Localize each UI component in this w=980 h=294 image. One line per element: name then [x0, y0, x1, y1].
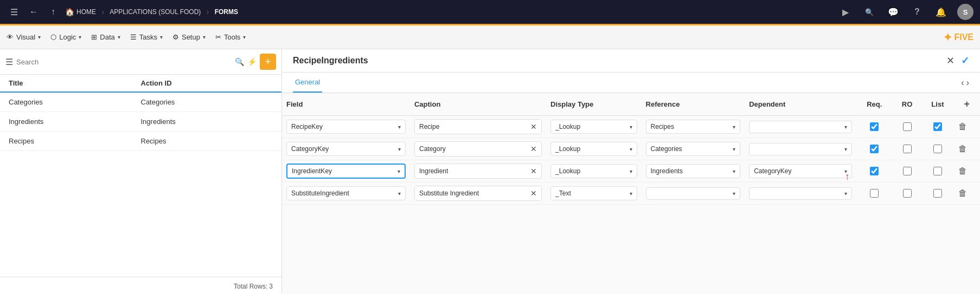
tab-general[interactable]: General: [293, 73, 322, 93]
field-select[interactable]: IngredientKey ▾: [286, 164, 406, 179]
form-header: RecipeIngredients ✕ ✓: [282, 49, 980, 73]
field-select[interactable]: RecipeKey ▾: [286, 120, 406, 134]
up-arrow-icon[interactable]: ↑: [46, 4, 61, 19]
col-add[interactable]: +: [954, 93, 980, 116]
reference-value: Recipes: [651, 123, 674, 130]
display-type-select[interactable]: _Text ▾: [550, 186, 637, 200]
col-caption: Caption: [410, 93, 546, 116]
caption-field[interactable]: Recipe ✕: [414, 119, 542, 134]
caption-clear-button[interactable]: ✕: [530, 122, 537, 131]
hamburger-icon[interactable]: ☰: [7, 4, 22, 19]
dependent-arrow: ▾: [844, 191, 847, 197]
ro-checkbox[interactable]: [903, 167, 912, 175]
add-button[interactable]: +: [260, 54, 276, 70]
delete-cell: 🗑: [954, 116, 980, 138]
caption-clear-button[interactable]: ✕: [530, 189, 537, 198]
sidebar-table-header: Title Action ID: [0, 75, 281, 93]
list-item[interactable]: Recipes Recipes: [0, 132, 281, 151]
five-logo-label: FIVE: [954, 32, 973, 42]
eye-icon: 👁: [7, 33, 14, 41]
reference-select[interactable]: Recipes ▾: [646, 120, 741, 134]
help-icon[interactable]: ?: [909, 4, 925, 19]
dependent-select[interactable]: ▾: [749, 121, 852, 133]
caption-field[interactable]: Ingredient ✕: [414, 164, 542, 179]
dependent-select[interactable]: CategoryKey ▾: [749, 164, 852, 178]
caption-field[interactable]: Category ✕: [414, 141, 542, 156]
ro-checkbox[interactable]: [903, 145, 912, 153]
reference-select[interactable]: Categories ▾: [646, 142, 741, 156]
sidebar-hamburger-icon[interactable]: ☰: [5, 57, 13, 67]
dependent-select[interactable]: ▾: [749, 187, 852, 200]
list-checkbox[interactable]: [933, 189, 942, 198]
ro-checkbox[interactable]: [903, 122, 912, 131]
close-button[interactable]: ✕: [946, 55, 955, 67]
confirm-button[interactable]: ✓: [961, 55, 969, 67]
field-dropdown-arrow: ▾: [398, 191, 401, 197]
req-checkbox[interactable]: [870, 122, 879, 131]
toolbar-setup[interactable]: ⚙ Setup ▾: [172, 33, 206, 41]
req-checkbox[interactable]: [870, 189, 879, 198]
dependent-select[interactable]: ▾: [749, 143, 852, 155]
dependent-arrow: ▾: [844, 168, 847, 174]
breadcrumb-home[interactable]: 🏠 HOME: [65, 8, 96, 16]
caption-field[interactable]: Substitute Ingredient ✕: [414, 186, 542, 201]
avatar[interactable]: S: [957, 4, 973, 20]
req-checkbox[interactable]: [870, 145, 879, 153]
req-checkbox[interactable]: [870, 167, 879, 175]
list-checkbox[interactable]: [933, 167, 942, 175]
breadcrumb-current[interactable]: FORMS: [215, 8, 238, 16]
chat-icon[interactable]: 💬: [886, 4, 901, 19]
display-type-value: _Text: [555, 190, 571, 197]
breadcrumb-current-label: FORMS: [215, 8, 238, 16]
list-item[interactable]: Ingredients Ingredients: [0, 112, 281, 132]
caption-value: Category: [419, 145, 446, 153]
setup-label: Setup: [182, 33, 200, 41]
field-select[interactable]: SubstituteIngredient ▾: [286, 186, 406, 200]
tools-icon: ✂: [215, 33, 221, 41]
caption-clear-button[interactable]: ✕: [530, 167, 537, 175]
list-cell: [921, 182, 953, 205]
reference-arrow: ▾: [733, 168, 735, 174]
display-type-arrow: ▾: [630, 191, 632, 197]
home-icon: 🏠: [65, 8, 74, 16]
display-type-arrow: ▾: [630, 168, 632, 174]
play-icon[interactable]: ▶: [838, 4, 853, 19]
dependent-value: CategoryKey: [754, 167, 791, 175]
five-logo-icon: ✦: [943, 31, 952, 44]
tools-arrow: ▾: [243, 34, 246, 40]
list-item[interactable]: Categories Categories: [0, 93, 281, 112]
list-checkbox[interactable]: [933, 145, 942, 153]
ro-checkbox[interactable]: [903, 189, 912, 198]
display-type-select[interactable]: _Lookup ▾: [550, 164, 637, 178]
reference-select[interactable]: ▾: [646, 187, 741, 200]
tab-nav-left[interactable]: ‹: [961, 78, 964, 88]
toolbar-visual[interactable]: 👁 Visual ▾: [7, 33, 41, 41]
delete-row-button[interactable]: 🗑: [958, 144, 967, 154]
breadcrumb-app[interactable]: APPLICATIONS (SOUL FOOD): [110, 8, 201, 16]
field-select[interactable]: CategoryKey ▾: [286, 142, 406, 156]
bell-icon[interactable]: 🔔: [933, 4, 949, 19]
display-type-select[interactable]: _Lookup ▾: [550, 120, 637, 134]
col-display-type: Display Type: [546, 93, 641, 116]
toolbar-tasks[interactable]: ☰ Tasks ▾: [130, 33, 163, 41]
display-type-cell: _Text ▾: [546, 182, 641, 205]
search-icon[interactable]: 🔍: [235, 57, 244, 66]
delete-row-button[interactable]: 🗑: [958, 166, 967, 176]
caption-clear-button[interactable]: ✕: [530, 145, 537, 153]
toolbar-tools[interactable]: ✂ Tools ▾: [215, 33, 246, 41]
delete-row-button[interactable]: 🗑: [958, 188, 967, 198]
display-type-select[interactable]: _Lookup ▾: [550, 142, 637, 156]
caption-value: Ingredient: [419, 167, 448, 175]
tab-nav-right[interactable]: ›: [966, 78, 969, 88]
dependent-arrow: ▾: [844, 146, 847, 152]
tools-label: Tools: [224, 33, 240, 41]
search-input[interactable]: [16, 58, 232, 66]
delete-row-button[interactable]: 🗑: [958, 122, 967, 132]
reference-select[interactable]: Ingredients ▾: [646, 164, 741, 178]
flash-icon[interactable]: ⚡: [247, 57, 257, 66]
toolbar-logic[interactable]: ⬡ Logic ▾: [50, 33, 81, 41]
toolbar-data[interactable]: ⊞ Data ▾: [91, 33, 120, 41]
search-icon[interactable]: 🔍: [862, 4, 877, 19]
back-arrow-icon[interactable]: ←: [26, 4, 41, 19]
list-checkbox[interactable]: [933, 122, 942, 131]
